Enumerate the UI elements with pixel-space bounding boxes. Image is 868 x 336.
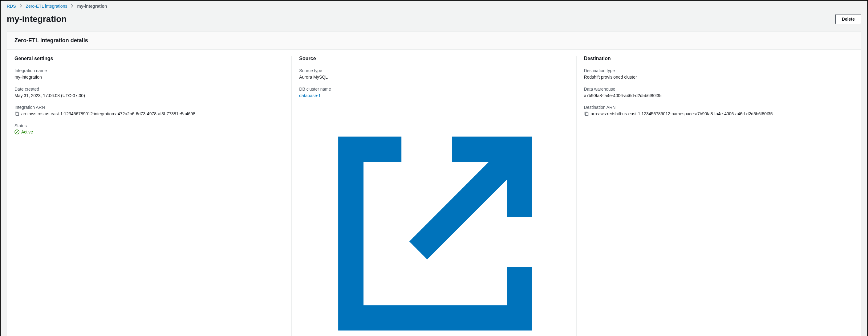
source-type-label: Source type (299, 68, 568, 73)
copy-icon[interactable] (584, 111, 589, 116)
breadcrumb: RDS Zero-ETL integrations my-integration (7, 1, 861, 10)
general-settings-column: General settings Integration name my-int… (7, 56, 291, 336)
source-heading: Source (299, 56, 568, 61)
source-type-value: Aurora MySQL (299, 74, 568, 80)
field-dest-arn: Destination ARN arn:aws:redshift:us-east… (584, 105, 854, 117)
integration-name-value: my-integration (14, 74, 284, 80)
panel-header: Zero-ETL integration details (7, 32, 861, 50)
field-source-type: Source type Aurora MySQL (299, 68, 568, 80)
field-integration-arn: Integration ARN arn:aws:rds:us-east-1:12… (14, 105, 284, 117)
page-header: my-integration Delete (7, 10, 861, 31)
field-integration-name: Integration name my-integration (14, 68, 284, 80)
breadcrumb-link-rds[interactable]: RDS (7, 4, 16, 9)
check-circle-icon (14, 130, 20, 134)
integration-arn-label: Integration ARN (14, 105, 284, 110)
breadcrumb-current: my-integration (77, 4, 107, 9)
cluster-name-label: DB cluster name (299, 87, 568, 91)
chevron-right-icon (71, 4, 73, 9)
field-warehouse: Data warehouse a7b90fa8-fa4e-4006-a46d-d… (584, 87, 854, 99)
destination-column: Destination Destination type Redshift pr… (576, 56, 861, 336)
dest-arn-value: arn:aws:redshift:us-east-1:123456789012:… (591, 111, 773, 117)
svg-rect-0 (16, 113, 19, 116)
page-title: my-integration (7, 14, 66, 24)
field-date-created: Date created May 31, 2023, 17:06:08 (UTC… (14, 87, 284, 99)
delete-button[interactable]: Delete (835, 14, 861, 24)
svg-point-1 (15, 130, 19, 134)
date-created-value: May 31, 2023, 17:06:08 (UTC-07:00) (14, 93, 284, 99)
cluster-link[interactable]: database-1 (299, 93, 570, 336)
svg-rect-3 (585, 113, 588, 116)
field-dest-type: Destination type Redshift provisioned cl… (584, 68, 854, 80)
copy-icon[interactable] (14, 111, 20, 116)
details-panel: Zero-ETL integration details General set… (7, 31, 861, 336)
dest-type-label: Destination type (584, 68, 854, 73)
source-column: Source Source type Aurora MySQL DB clust… (291, 56, 576, 336)
status-label: Status (14, 123, 284, 128)
destination-heading: Destination (584, 56, 854, 61)
integration-arn-value: arn:aws:rds:us-east-1:123456789012:integ… (21, 111, 195, 117)
cluster-name-value: database-1 (299, 93, 321, 98)
dest-arn-label: Destination ARN (584, 105, 854, 110)
chevron-right-icon (20, 4, 22, 9)
date-created-label: Date created (14, 87, 284, 91)
integration-name-label: Integration name (14, 68, 284, 73)
status-value: Active (21, 130, 33, 134)
general-heading: General settings (14, 56, 284, 61)
warehouse-value: a7b90fa8-fa4e-4006-a46d-d2d5b6f80f35 (584, 93, 854, 99)
field-status: Status Active (14, 123, 284, 134)
panel-title: Zero-ETL integration details (14, 37, 854, 44)
dest-type-value: Redshift provisioned cluster (584, 74, 854, 80)
warehouse-label: Data warehouse (584, 87, 854, 91)
field-cluster-name: DB cluster name database-1 (299, 87, 568, 336)
breadcrumb-link-integrations[interactable]: Zero-ETL integrations (26, 4, 67, 9)
